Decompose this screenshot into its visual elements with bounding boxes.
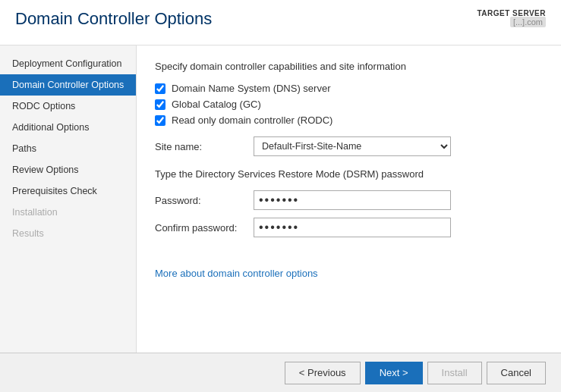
sidebar-item-results: Results xyxy=(0,223,136,244)
rodc-checkbox[interactable] xyxy=(155,115,165,126)
cancel-button[interactable]: Cancel xyxy=(487,362,546,384)
password-input[interactable] xyxy=(254,190,451,210)
sidebar: Deployment Configuration Domain Controll… xyxy=(0,45,137,353)
rodc-checkbox-row: Read only domain controller (RODC) xyxy=(155,114,543,126)
footer: < Previous Next > Install Cancel xyxy=(0,353,561,392)
confirm-password-label: Confirm password: xyxy=(155,222,254,234)
previous-button[interactable]: < Previous xyxy=(285,362,361,384)
confirm-password-input[interactable] xyxy=(254,218,451,237)
capabilities-checkboxes: Domain Name System (DNS) server Global C… xyxy=(155,83,543,126)
main-window: Domain Controller Options TARGET SERVER … xyxy=(0,0,561,392)
main-content: Deployment Configuration Domain Controll… xyxy=(0,45,561,353)
sidebar-item-domain-controller-options[interactable]: Domain Controller Options xyxy=(0,74,136,96)
target-server-name: [...].com xyxy=(510,17,546,27)
global-catalog-checkbox[interactable] xyxy=(155,99,165,110)
rodc-label: Read only domain controller (RODC) xyxy=(172,114,333,126)
sidebar-item-additional-options[interactable]: Additional Options xyxy=(0,117,136,138)
confirm-password-row: Confirm password: xyxy=(155,218,543,237)
sidebar-item-deployment-configuration[interactable]: Deployment Configuration xyxy=(0,53,136,74)
dns-server-checkbox[interactable] xyxy=(155,83,165,94)
dsrm-section-label: Type the Directory Services Restore Mode… xyxy=(155,168,543,180)
site-name-row: Site name: Default-First-Site-Name xyxy=(155,136,543,156)
sidebar-item-installation: Installation xyxy=(0,202,136,223)
sidebar-item-review-options[interactable]: Review Options xyxy=(0,159,136,180)
dns-server-label: Domain Name System (DNS) server xyxy=(172,83,331,94)
sidebar-item-rodc-options[interactable]: RODC Options xyxy=(0,96,136,117)
global-catalog-checkbox-row: Global Catalog (GC) xyxy=(155,99,543,110)
target-server-info: TARGET SERVER [...].com xyxy=(477,9,546,27)
global-catalog-label: Global Catalog (GC) xyxy=(172,99,261,110)
password-label: Password: xyxy=(155,195,254,206)
header: Domain Controller Options TARGET SERVER … xyxy=(0,0,561,45)
sidebar-item-prerequisites-check[interactable]: Prerequisites Check xyxy=(0,180,136,202)
section-description: Specify domain controller capabilities a… xyxy=(155,61,543,72)
next-button[interactable]: Next > xyxy=(365,362,423,384)
more-about-link[interactable]: More about domain controller options xyxy=(155,268,318,279)
install-button[interactable]: Install xyxy=(427,362,482,384)
page-title: Domain Controller Options xyxy=(15,9,212,29)
site-name-select[interactable]: Default-First-Site-Name xyxy=(254,136,451,156)
site-name-label: Site name: xyxy=(155,141,254,152)
content-area: Specify domain controller capabilities a… xyxy=(137,45,561,353)
password-row: Password: xyxy=(155,190,543,210)
sidebar-item-paths[interactable]: Paths xyxy=(0,138,136,159)
dns-server-checkbox-row: Domain Name System (DNS) server xyxy=(155,83,543,94)
